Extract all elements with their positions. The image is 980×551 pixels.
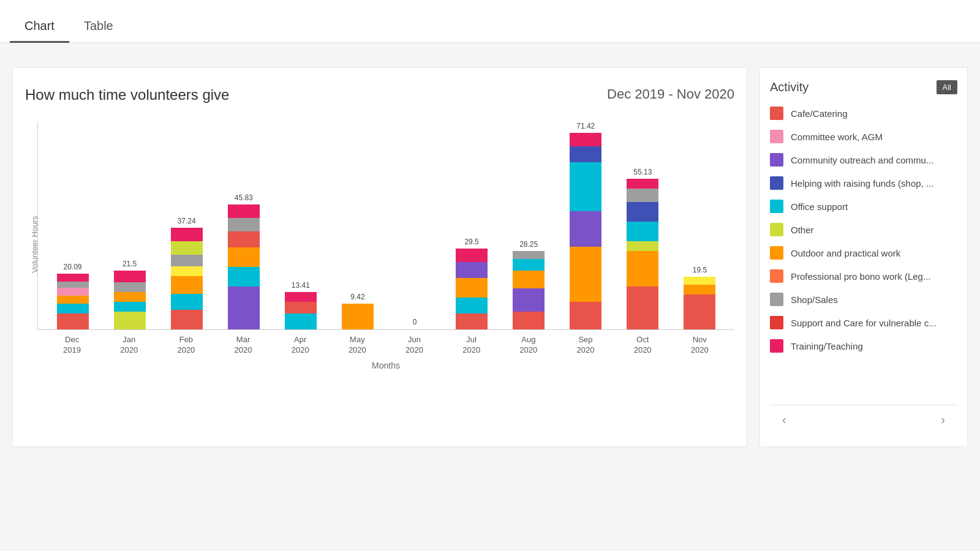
bar-segment <box>570 162 601 211</box>
legend-item[interactable]: Committee work, AGM <box>770 130 957 143</box>
bar-segment <box>684 277 715 285</box>
bar-group: 9.42 <box>342 293 374 329</box>
bar-segment <box>627 251 658 287</box>
bar-segment <box>285 292 317 302</box>
bar-group: 13.41 <box>285 281 317 329</box>
prev-arrow[interactable]: ‹ <box>782 413 786 427</box>
legend-item[interactable]: Support and Care for vulnerable c... <box>770 316 957 329</box>
bar-group: 29.5 <box>456 238 488 329</box>
legend-item-label: Helping with raising funds (shop, ... <box>791 178 933 189</box>
bar-segment <box>570 146 601 162</box>
tab-table[interactable]: Table <box>69 9 128 43</box>
legend-item[interactable]: Training/Teaching <box>770 339 957 353</box>
x-label: Aug2020 <box>513 335 545 356</box>
legend-color-swatch <box>770 293 783 306</box>
all-button[interactable]: All <box>937 80 957 94</box>
bar-segment <box>171 241 203 255</box>
bar-group: 19.5 <box>684 266 715 329</box>
bar-stack <box>456 249 488 329</box>
bar-segment <box>114 292 146 302</box>
bar-chart-wrap: Volunteer Hours 20.0921.537.2445.8313.41… <box>25 122 734 367</box>
bar-segment <box>513 271 545 288</box>
legend-item[interactable]: Helping with raising funds (shop, ... <box>770 176 957 190</box>
bar-group: 21.5 <box>114 260 146 329</box>
y-axis-label: Volunteer Hours <box>25 122 37 367</box>
bar-segment <box>285 302 317 313</box>
next-arrow[interactable]: › <box>941 413 945 427</box>
legend-item-label: Community outreach and commu... <box>791 155 933 165</box>
legend-item[interactable]: Office support <box>770 200 957 213</box>
bar-total-label: 55.13 <box>633 168 652 176</box>
x-label: Dec2019 <box>56 335 88 356</box>
bar-segment <box>57 282 89 288</box>
bar-segment <box>114 312 146 329</box>
x-label: Jan2020 <box>113 335 145 356</box>
legend-item[interactable]: Cafe/Catering <box>770 107 957 120</box>
legend-item-label: Shop/Sales <box>791 294 838 305</box>
x-axis-title: Months <box>37 361 734 370</box>
bar-segment <box>114 302 146 312</box>
legend-item-label: Committee work, AGM <box>791 132 883 142</box>
legend-items: Cafe/CateringCommittee work, AGMCommunit… <box>770 107 957 405</box>
bar-segment <box>513 288 545 312</box>
bar-total-label: 28.25 <box>519 240 538 249</box>
x-label: Jul2020 <box>456 335 488 356</box>
bar-total-label: 71.42 <box>576 122 595 130</box>
bar-segment <box>570 133 601 146</box>
bar-segment <box>684 294 715 329</box>
legend-color-swatch <box>770 339 783 353</box>
bar-segment <box>627 287 658 329</box>
legend-color-swatch <box>770 246 783 260</box>
legend-color-swatch <box>770 130 783 143</box>
bar-stack <box>684 277 715 329</box>
bar-total-label: 9.42 <box>350 293 364 301</box>
legend-color-swatch <box>770 223 783 236</box>
bar-segment <box>456 262 488 278</box>
bar-total-label: 45.83 <box>235 193 253 202</box>
x-label: Apr2020 <box>284 335 316 356</box>
bar-segment <box>171 276 203 294</box>
bar-segment <box>627 189 658 202</box>
x-label: May2020 <box>341 335 373 356</box>
bar-total-label: 21.5 <box>123 260 137 268</box>
bar-segment <box>513 312 545 329</box>
bar-segment <box>627 222 658 241</box>
legend-item[interactable]: Other <box>770 223 957 236</box>
legend-item-label: Professional pro bono work (Leg... <box>791 271 930 282</box>
bar-segment <box>228 247 260 267</box>
legend-item[interactable]: Community outreach and commu... <box>770 153 957 167</box>
legend-item[interactable]: Shop/Sales <box>770 293 957 306</box>
chart-title: How much time volunteers give <box>25 86 229 103</box>
chart-area: 20.0921.537.2445.8313.419.42029.528.2571… <box>37 122 734 367</box>
bar-stack <box>513 251 545 329</box>
bar-segment <box>570 211 601 247</box>
bar-segment <box>228 218 260 231</box>
bar-segment <box>228 287 260 329</box>
legend-color-swatch <box>770 316 783 329</box>
legend-item-label: Outdoor and practical work <box>791 248 900 258</box>
bar-stack <box>57 274 89 329</box>
legend-item[interactable]: Professional pro bono work (Leg... <box>770 269 957 283</box>
bar-segment <box>228 204 260 218</box>
bar-segment <box>513 259 545 271</box>
bar-segment <box>171 228 203 241</box>
bar-stack <box>171 228 203 329</box>
x-label: Nov2020 <box>684 335 715 356</box>
bar-segment <box>114 271 146 282</box>
x-label: Mar2020 <box>227 335 259 356</box>
legend-item-label: Office support <box>791 201 848 212</box>
legend-color-swatch <box>770 176 783 190</box>
bar-segment <box>627 202 658 222</box>
bar-segment <box>171 255 203 266</box>
legend-item-label: Support and Care for vulnerable c... <box>791 318 937 328</box>
chart-panel: How much time volunteers give Dec 2019 -… <box>12 67 747 447</box>
tab-chart[interactable]: Chart <box>10 9 69 43</box>
legend-item-label: Other <box>791 225 814 235</box>
bar-segment <box>456 313 488 329</box>
legend-item-label: Training/Teaching <box>791 341 863 351</box>
bar-stack <box>285 292 317 329</box>
x-label: Sep2020 <box>570 335 601 356</box>
bar-segment <box>570 247 601 302</box>
bar-stack <box>570 133 601 329</box>
legend-item[interactable]: Outdoor and practical work <box>770 246 957 260</box>
